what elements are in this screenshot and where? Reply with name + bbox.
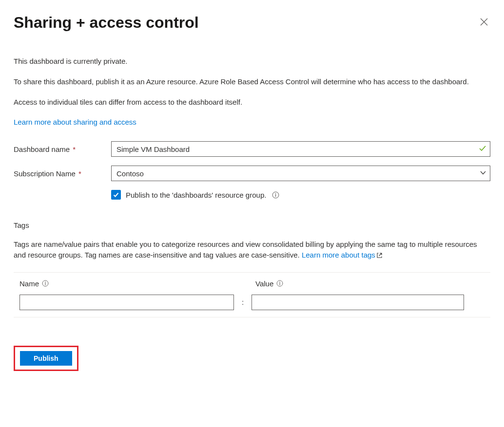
subscription-name-label: Subscription Name *	[14, 169, 111, 178]
private-note: This dashboard is currently private.	[14, 56, 490, 67]
subscription-select[interactable]: Contoso	[111, 166, 490, 181]
tags-heading: Tags	[14, 221, 490, 229]
publish-checkbox-label: Publish to the 'dashboards' resource gro…	[126, 191, 266, 199]
tag-value-input[interactable]	[252, 295, 464, 310]
dashboard-name-input[interactable]	[111, 141, 490, 157]
tags-table: Name Value :	[14, 272, 490, 317]
share-note: To share this dashboard, publish it as a…	[14, 76, 490, 87]
svg-point-4	[45, 281, 46, 282]
publish-highlight-frame: Publish	[14, 346, 78, 371]
checkmark-white-icon	[113, 191, 119, 198]
svg-point-1	[275, 193, 276, 194]
page-title: Sharing + access control	[14, 14, 199, 32]
learn-more-tags-link[interactable]: Learn more about tags	[302, 251, 383, 259]
svg-rect-8	[280, 283, 280, 285]
info-icon[interactable]	[272, 191, 279, 199]
dashboard-name-label: Dashboard name *	[14, 145, 111, 153]
svg-rect-5	[45, 283, 45, 285]
close-icon	[480, 18, 488, 26]
tag-row: :	[14, 295, 490, 310]
tag-name-header: Name	[19, 279, 234, 288]
tag-name-input[interactable]	[19, 295, 234, 310]
external-link-icon	[375, 251, 383, 259]
tag-value-header: Value	[255, 279, 470, 288]
info-icon[interactable]	[42, 280, 49, 287]
tags-description: Tags are name/value pairs that enable yo…	[14, 239, 490, 260]
publish-button[interactable]: Publish	[20, 351, 72, 366]
close-button[interactable]	[478, 16, 490, 28]
tag-separator: :	[240, 298, 246, 306]
svg-rect-2	[275, 194, 276, 197]
publish-resource-group-checkbox[interactable]	[111, 190, 121, 200]
info-icon[interactable]	[276, 280, 283, 287]
svg-point-7	[279, 281, 280, 282]
learn-more-sharing-link[interactable]: Learn more about sharing and access	[14, 118, 136, 126]
tile-note: Access to individual tiles can differ fr…	[14, 97, 490, 108]
